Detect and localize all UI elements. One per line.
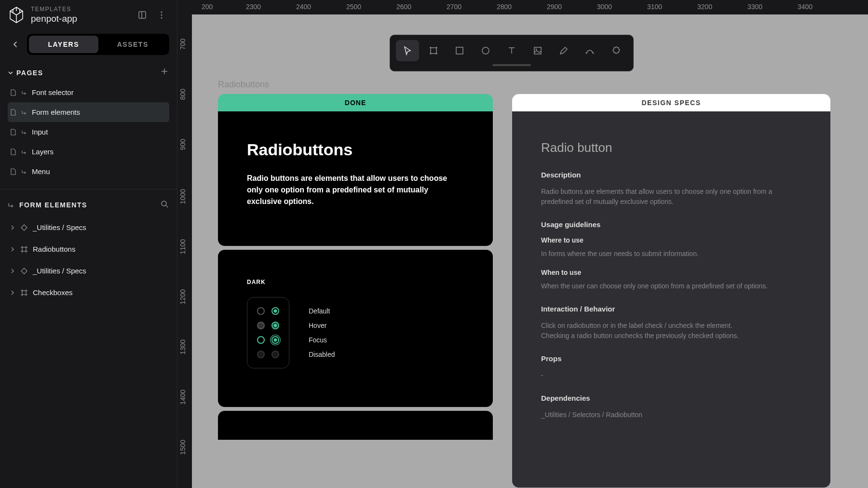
page-item-font-selector[interactable]: Font selector [8,82,169,102]
radio-checked-hover [271,322,279,329]
spec-subheading-when: When to use [541,269,801,276]
text-icon [506,45,517,56]
tool-ellipse[interactable] [474,40,497,61]
layer-label: Checkboxes [33,288,73,297]
spec-text-where: In forms where the user needs to submit … [541,249,801,259]
radio-row-hover [257,322,279,329]
canvas[interactable]: Radiobuttons DONE Radiobuttons Radio but… [192,14,868,488]
radio-unchecked-focus [257,336,265,344]
spec-text-when: When the user can choose only one option… [541,281,801,291]
ruler-tick: 2400 [296,3,311,11]
tab-assets[interactable]: ASSETS [98,36,168,53]
ruler-tick: 3400 [798,3,813,11]
page-icon [10,129,16,136]
subpage-arrow-icon [21,169,27,175]
ruler-tick: 200 [202,3,213,11]
layer-item-checkboxes[interactable]: Checkboxes [8,282,169,303]
header-actions [135,7,169,23]
page-item-menu[interactable]: Menu [8,162,169,181]
ruler-tick: 3200 [697,3,712,11]
tool-text[interactable] [500,40,523,61]
canvas-frame-label[interactable]: Radiobuttons [218,80,269,90]
spec-heading-description: Description [541,171,801,179]
frame-description-text: Radio buttons are elements that allow us… [247,173,464,207]
layer-list: _Utilities / Specs Radiobuttons _Utiliti… [8,217,169,303]
svg-rect-0 [139,12,146,18]
panel-toggle-icon[interactable] [135,7,150,23]
frame-design-specs[interactable]: DESIGN SPECS Radio button Description Ra… [512,94,830,488]
page-label: Input [32,128,48,136]
component-icon [20,267,28,275]
radio-row-focus [257,336,279,344]
spec-subheading-where: Where to use [541,236,801,244]
ruler-vertical[interactable]: 700 800 900 1000 1100 1200 1300 1400 150… [177,14,192,488]
state-label-disabled: Disabled [309,351,335,358]
back-button[interactable] [8,37,23,52]
pages-header: PAGES [8,63,169,82]
main-canvas-area: 200 2300 2400 2500 2600 2700 2800 2900 3… [177,0,868,488]
project-name: penpot-app [31,14,129,24]
pen-icon [558,45,569,56]
ruler-tick: 1100 [179,239,187,254]
spec-heading-interaction: Interaction / Behavior [541,305,801,313]
add-page-button[interactable] [160,67,169,79]
tool-select[interactable] [396,40,419,61]
svg-point-16 [482,47,489,54]
svg-rect-14 [431,48,436,54]
ruler-tick: 700 [179,39,187,50]
state-label-focus: Focus [309,336,335,344]
page-item-form-elements[interactable]: Form elements [8,102,169,122]
toolbar [390,35,634,71]
ruler-tick: 1300 [179,339,187,354]
subpage-arrow-icon [21,90,27,95]
chevron-right-icon [10,246,15,252]
page-label: Menu [32,167,50,176]
page-icon [10,109,16,116]
ruler-tick: 900 [179,139,187,150]
pages-title[interactable]: PAGES [8,69,43,77]
app-logo[interactable] [8,6,25,24]
demo-grid: Default Hover Focus Disabled [247,297,464,368]
toolbar-handle[interactable] [492,64,531,66]
tool-image[interactable] [526,40,549,61]
subpage-arrow-icon [21,149,27,155]
spec-text-description: Radio buttons are elements that allow us… [541,187,801,207]
ruler-tick: 3000 [597,3,612,11]
tool-curve[interactable] [578,40,601,61]
layer-item-utilities-specs-2[interactable]: _Utilities / Specs [8,260,169,282]
layer-item-utilities-specs[interactable]: _Utilities / Specs [8,217,169,238]
menu-dots-icon[interactable] [154,7,169,23]
svg-point-18 [536,49,537,50]
tool-rectangle[interactable] [448,40,471,61]
layers-title[interactable]: FORM ELEMENTS [8,201,87,209]
spec-heading-usage: Usage guidelines [541,220,801,229]
frame-description: Radiobuttons Radio buttons are elements … [218,111,493,246]
ruler-tick: 1200 [179,289,187,304]
subpage-arrow-icon [21,109,27,115]
spec-text-interaction2: Checking a radio button unchecks the pre… [541,331,801,341]
page-item-input[interactable]: Input [8,122,169,142]
sidebar: TEMPLATES penpot-app LAYERS ASSETS PAGES [0,0,177,488]
layer-item-radiobuttons[interactable]: Radiobuttons [8,238,169,260]
state-label-hover: Hover [309,322,335,329]
component-icon [20,224,28,231]
pages-section: PAGES Font selector Form elements Input [0,59,177,185]
tab-layers[interactable]: LAYERS [29,36,98,53]
svg-rect-17 [534,47,541,54]
svg-point-19 [586,53,587,54]
ruler-horizontal[interactable]: 200 2300 2400 2500 2600 2700 2800 2900 3… [192,0,868,14]
frame-radiobuttons[interactable]: DONE Radiobuttons Radio buttons are elem… [218,94,493,440]
specs-body: Radio button Description Radio buttons a… [512,111,830,488]
tool-frame[interactable] [422,40,445,61]
search-button[interactable] [160,199,169,211]
radio-unchecked-hover [257,322,265,329]
tool-pen[interactable] [552,40,575,61]
tool-plugins[interactable] [604,40,627,61]
frame-icon [20,289,28,297]
ruler-tick: 2500 [346,3,361,11]
page-item-layers[interactable]: Layers [8,142,169,162]
frame-title: Radiobuttons [247,140,464,159]
layers-header: FORM ELEMENTS [8,193,169,217]
ruler-tick: 1000 [179,189,187,204]
ruler-corner [177,0,192,14]
